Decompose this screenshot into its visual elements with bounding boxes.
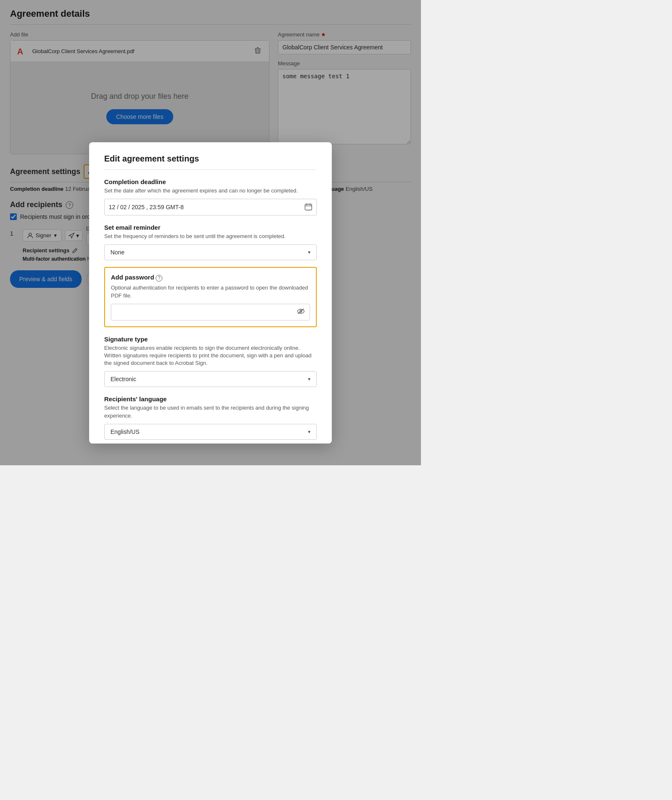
email-reminder-section: Set email reminder Set the frequency of … [104, 224, 317, 260]
deadline-value: 12 / 02 / 2025 , 23:59 GMT-8 [109, 204, 305, 210]
modal-title: Edit agreement settings [104, 154, 317, 170]
reminder-dropdown[interactable]: None ▾ [104, 244, 317, 260]
edit-agreement-settings-modal: Edit agreement settings Completion deadl… [89, 142, 332, 444]
modal-overlay: Edit agreement settings Completion deadl… [0, 0, 421, 465]
reminder-dropdown-arrow: ▾ [308, 249, 310, 255]
calendar-icon-button[interactable] [305, 203, 312, 212]
page-wrapper: Agreement details Add file A GlobalCorp … [0, 0, 421, 465]
add-password-section: Add password ? Optional authentication f… [104, 267, 317, 327]
signature-type-modal-desc: Electronic signatures enable recipients … [104, 344, 317, 367]
add-password-desc: Optional authentication for recipients t… [111, 284, 310, 299]
add-password-title: Add password [111, 274, 154, 281]
reminder-dropdown-value: None [110, 249, 124, 256]
email-reminder-title: Set email reminder [104, 224, 317, 231]
password-header: Add password ? [111, 274, 310, 282]
deadline-input-row: 12 / 02 / 2025 , 23:59 GMT-8 [104, 199, 317, 215]
language-dropdown[interactable]: English/US ▾ [104, 424, 317, 440]
recipients-language-section: Recipients' language Select the language… [104, 395, 317, 439]
signature-type-modal-title: Signature type [104, 336, 317, 343]
completion-deadline-modal-title: Completion deadline [104, 178, 317, 185]
recipients-language-desc: Select the language to be used in emails… [104, 404, 317, 419]
signature-type-dropdown-arrow: ▾ [308, 376, 310, 382]
completion-deadline-modal-desc: Set the date after which the agreement e… [104, 187, 317, 195]
password-info-icon[interactable]: ? [156, 275, 162, 282]
svg-rect-8 [305, 204, 312, 210]
recipients-language-title: Recipients' language [104, 395, 317, 403]
language-dropdown-arrow: ▾ [308, 429, 310, 435]
signature-type-dropdown-value: Electronic [110, 376, 136, 382]
signature-type-dropdown[interactable]: Electronic ▾ [104, 371, 317, 387]
password-input-row [111, 304, 310, 321]
toggle-password-visibility-button[interactable] [296, 308, 305, 317]
language-dropdown-value: English/US [110, 428, 139, 435]
email-reminder-desc: Set the frequency of reminders to be sen… [104, 233, 317, 240]
password-input[interactable] [115, 309, 296, 315]
completion-deadline-section: Completion deadline Set the date after w… [104, 178, 317, 215]
signature-type-section: Signature type Electronic signatures ena… [104, 336, 317, 387]
